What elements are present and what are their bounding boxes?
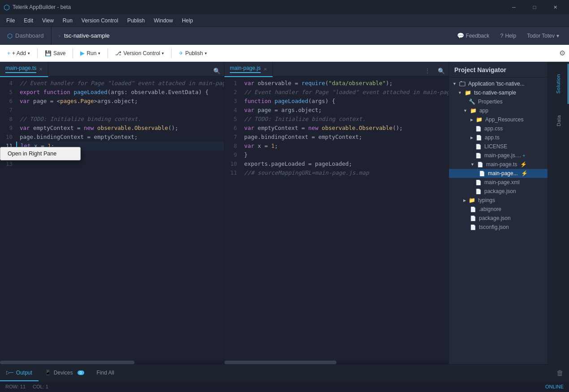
tree-item-app-ts[interactable]: ▶ 📄 app.ts [449, 133, 547, 142]
folder-icon: 📁 [465, 90, 471, 96]
tree-label-main-page-xml: main-page.xml [484, 179, 520, 185]
add-button[interactable]: + + Add ▾ [4, 48, 34, 58]
ctx-open-right-pane[interactable]: Open in Right Pane [0, 147, 80, 160]
tree-item-abignore[interactable]: 📄 .abignore [449, 205, 547, 214]
app-title: Telerik AppBuilder - beta [13, 4, 504, 10]
right-tab-close-icon[interactable]: ✕ [263, 67, 267, 72]
main-page-ts-child-icon: 📄 [479, 171, 485, 177]
help-button[interactable]: ? Help [496, 30, 521, 41]
svg-rect-1 [461, 81, 462, 82]
tree-item-typings[interactable]: ▶ 📁 typings [449, 196, 547, 205]
nav-dashboard[interactable]: ⬡ Dashboard [0, 27, 52, 44]
tree-label-typings: typings [478, 197, 495, 203]
code-line-10: page.bindingContext = emptyContext; [16, 133, 224, 142]
devices-badge: 0 [78, 370, 84, 375]
menu-run[interactable]: Run [58, 16, 77, 26]
left-editor-content[interactable]: 45678910111213 // Event handler for Page… [0, 77, 224, 361]
save-button[interactable]: 💾 Save [41, 48, 69, 58]
vc-chevron-icon: ▾ [162, 51, 164, 56]
tree-item-package-json-inner[interactable]: 📄 package.json [449, 187, 547, 196]
right-editor-content[interactable]: 1234567891011 var observable = require("… [224, 77, 448, 361]
tree-label-app-ts: app.ts [485, 134, 500, 141]
right-editor-pane: main-page.js ✕ ⋮ 🔍 1234567891011 var obs… [224, 62, 449, 364]
tree-item-tsconfig[interactable]: 📄 tsconfig.json [449, 223, 547, 232]
right-line-numbers: 1234567891011 [224, 77, 241, 177]
devices-tab[interactable]: 📱 Devices 0 [39, 365, 91, 381]
app-folder-chevron-icon: ▼ [463, 108, 467, 113]
r-code-line-8: var x = 1; [241, 142, 448, 151]
tree-item-main-page-ts[interactable]: ▼ 📄 main-page.ts ⚡ [449, 160, 547, 169]
minimize-button[interactable]: ─ [504, 0, 524, 14]
find-all-tab[interactable]: Find All [91, 365, 121, 381]
menu-version-control[interactable]: Version Control [77, 16, 123, 26]
app-ts-chevron-icon: ▶ [470, 136, 473, 140]
tree-label-license: LICENSE [484, 143, 507, 150]
run-chevron-icon: ▾ [98, 51, 100, 56]
right-editor-tab[interactable]: main-page.js ✕ [224, 62, 273, 77]
code-line-8: // TODO: Initialize binding context. [16, 115, 224, 124]
left-scrollbar[interactable] [0, 361, 224, 364]
code-line-6: var page = <pages.Page>args.object; [16, 97, 224, 106]
editor-area: main-page.ts ✕ 🔍 Open in Right Pane 4567… [0, 62, 569, 364]
tree-item-license[interactable]: 📄 LICENSE [449, 142, 547, 151]
tree-item-properties[interactable]: 🔧 Properties [449, 97, 547, 106]
tree-label-main-page-js: main-page.js.... + [484, 152, 525, 159]
settings-icon[interactable]: ⚙ [559, 49, 565, 57]
tree-item-main-page-ts-child[interactable]: 📄 main-page... ⚡ [449, 169, 547, 178]
bottom-spacer [121, 365, 551, 381]
tree-item-app-resources[interactable]: ▶ 📁 App_Resources [449, 115, 547, 124]
tree-item-main-page-js[interactable]: 📄 main-page.js.... + [449, 151, 547, 160]
version-control-button[interactable]: ⎇ Version Control ▾ [112, 48, 168, 58]
toolbar-sep-2 [73, 48, 73, 58]
left-tab-close-icon[interactable]: ✕ [39, 67, 43, 72]
tree-item-app[interactable]: ▼ 📁 app [449, 106, 547, 115]
right-editor-more-icon[interactable]: ⋮ [421, 65, 434, 76]
right-editor-search-icon[interactable]: 🔍 [434, 66, 448, 76]
tree-label-package-json-outer: package.json [479, 215, 511, 221]
solution-tab[interactable]: Solution [549, 64, 569, 104]
menu-edit[interactable]: Edit [19, 16, 38, 26]
r-code-line-2: // Event handler for Page "loaded" event… [241, 88, 448, 97]
close-button[interactable]: ✕ [545, 0, 565, 14]
output-tab[interactable]: ▷─ Output [0, 365, 39, 381]
left-editor-search-icon[interactable]: 🔍 [210, 66, 224, 76]
data-tab[interactable]: Data [549, 105, 569, 136]
add-chevron-icon: ▾ [28, 51, 30, 56]
user-button[interactable]: Todor Totev ▾ [522, 31, 564, 41]
run-button[interactable]: ▶ Run ▾ [77, 48, 104, 58]
tree-item-app-css[interactable]: 📄 app.css [449, 124, 547, 133]
tree-label-abignore: .abignore [479, 206, 501, 212]
publish-button[interactable]: ✈ Publish ▾ [175, 48, 210, 58]
application-icon [459, 81, 466, 87]
main-page-js-icon: 📄 [475, 153, 482, 159]
right-side-tabs: Solution Data [547, 62, 569, 364]
maximize-button[interactable]: □ [524, 0, 545, 14]
tree-item-package-json-outer[interactable]: 📄 package.json [449, 214, 547, 223]
tree-item-main-page-xml[interactable]: 📄 main-page.xml [449, 178, 547, 187]
navbar: ⬡ Dashboard › tsc-native-sample 💬 Feedba… [0, 27, 569, 45]
toolbar-sep-4 [171, 48, 172, 58]
project-navigator-header: Project Navigator [449, 62, 547, 78]
feedback-button[interactable]: 💬 Feedback [453, 30, 494, 41]
menu-publish[interactable]: Publish [123, 16, 149, 26]
toolbar: + + Add ▾ 💾 Save ▶ Run ▾ ⎇ Version Contr… [0, 45, 569, 62]
clear-button[interactable]: 🗑 [551, 365, 569, 381]
tree-item-project[interactable]: ▼ 📁 tsc-native-sample [449, 88, 547, 97]
package-json-outer-icon: 📄 [470, 215, 476, 221]
menu-file[interactable]: File [2, 16, 19, 26]
app-icon: ⬡ [4, 3, 10, 12]
app-ts-icon: 📄 [476, 135, 482, 141]
menu-window[interactable]: Window [149, 16, 177, 26]
right-scrollbar[interactable] [224, 361, 448, 364]
project-name: tsc-native-sample [64, 32, 110, 39]
left-editor-tab[interactable]: main-page.ts ✕ [0, 62, 48, 77]
app-css-icon: 📄 [475, 126, 482, 132]
right-code-lines: var observable = require("data/observabl… [241, 77, 448, 177]
menu-help[interactable]: Help [177, 16, 198, 26]
tsconfig-icon: 📄 [470, 224, 476, 230]
r-code-line-7: page.bindingContext = emptyContext; [241, 133, 448, 142]
titlebar: ⬡ Telerik AppBuilder - beta ─ □ ✕ [0, 0, 569, 14]
tree-item-application[interactable]: ▼ Application 'tsc-native... [449, 79, 547, 88]
context-menu: Open in Right Pane [0, 147, 81, 160]
menu-view[interactable]: View [38, 16, 58, 26]
